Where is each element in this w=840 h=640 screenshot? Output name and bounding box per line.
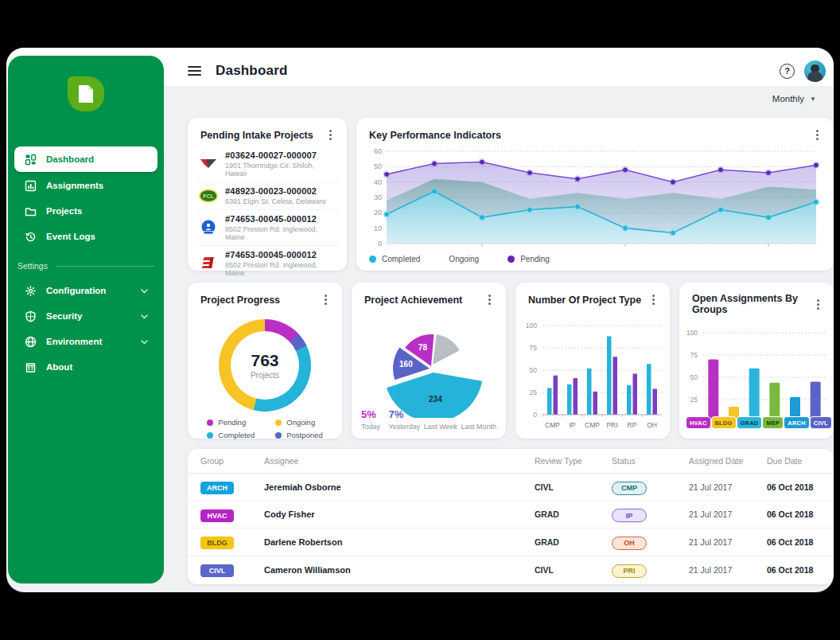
kebab-menu-icon[interactable] xyxy=(811,128,822,142)
pending-project-item[interactable]: #74653-00045-000012 8502 Preston Rd. Ing… xyxy=(197,246,339,281)
table-row[interactable]: HVAC Cody Fisher GRAD IP 21 Jul 2017 06 … xyxy=(188,501,834,529)
project-achievement-card: Project Achievement 78160234 5% Today 7%… xyxy=(352,283,506,439)
column-header: Assignee xyxy=(264,456,535,466)
stat-label: Last Week xyxy=(424,423,457,431)
pending-project-item[interactable]: PCL #48923-00023-000002 6391 Elgin St. C… xyxy=(197,182,339,210)
progress-legend: Pending Ongoing Completed Postponed xyxy=(188,418,342,439)
projects-count-label: Projects xyxy=(251,371,279,380)
project-type-bar-chart: 0 25 50 75 100CMPIPCMPPRIRPOH xyxy=(515,311,670,440)
assigned-date: 21 Jul 2017 xyxy=(689,565,767,575)
achievement-stat: 5% Today xyxy=(361,408,385,431)
gear-icon xyxy=(24,284,37,297)
pending-projects-list: #03624-00027-000007 1901 Thornridge Cir.… xyxy=(188,146,347,281)
svg-text:100: 100 xyxy=(686,329,698,337)
review-type: CIVL xyxy=(535,565,612,575)
sidebar-nav-main: Dashboard Assignments Projects Event Log… xyxy=(14,146,158,248)
chevron-down-icon: ▼ xyxy=(810,96,816,103)
svg-text:50: 50 xyxy=(530,366,538,374)
legend-label: Ongoing xyxy=(449,255,479,263)
sidebar-item-label: Projects xyxy=(46,206,82,216)
achievement-stat: 15% Last Week xyxy=(424,408,457,431)
table-row[interactable]: ARCH Jeremiah Osborne CIVL CMP 21 Jul 20… xyxy=(188,474,834,501)
kebab-menu-icon[interactable] xyxy=(320,293,331,306)
card-title: Number Of Project Type xyxy=(528,295,641,306)
app-window: Dashboard Assignments Projects Event Log… xyxy=(6,48,834,592)
card-title: Open Assignments By Groups xyxy=(692,293,813,315)
column-header: Due Date xyxy=(767,456,821,466)
group-badge: CIVL xyxy=(200,564,234,577)
pending-project-item[interactable]: #74653-00045-000012 8502 Preston Rd. Ing… xyxy=(197,210,339,246)
sidebar-item-dashboard[interactable]: Dashboard xyxy=(14,146,158,172)
legend-item: Postponed xyxy=(275,431,322,439)
sidebar-item-label: About xyxy=(46,362,72,372)
group-pills-axis: HVAC BLDG GRAD MEP ARCH CIVL xyxy=(686,416,827,429)
table-row[interactable]: BLDG Darlene Robertson GRAD OH 21 Jul 20… xyxy=(188,529,834,556)
svg-text:0: 0 xyxy=(378,240,382,248)
legend-dot xyxy=(207,420,213,426)
sidebar-item-about[interactable]: About xyxy=(14,355,158,379)
vendor-logo-icon xyxy=(199,155,218,173)
kebab-menu-icon[interactable] xyxy=(648,293,659,306)
sidebar-item-assignments[interactable]: Assignments xyxy=(14,174,158,197)
document-icon xyxy=(77,84,95,103)
group-badge: ARCH xyxy=(200,482,234,494)
group-pill: CIVL xyxy=(810,416,832,429)
assigned-date: 21 Jul 2017 xyxy=(689,537,767,547)
user-avatar[interactable] xyxy=(804,60,826,82)
project-id: #74653-00045-000012 xyxy=(225,214,337,224)
sidebar-item-configuration[interactable]: Configuration xyxy=(14,279,158,302)
svg-text:CMP: CMP xyxy=(545,421,560,429)
svg-text:PCL: PCL xyxy=(203,193,215,199)
kebab-menu-icon[interactable] xyxy=(484,293,495,306)
achievement-stat: 7% Yesterday xyxy=(388,408,420,431)
svg-text:CMP: CMP xyxy=(585,421,600,429)
pending-project-item[interactable]: #03624-00027-000007 1901 Thornridge Cir.… xyxy=(197,146,339,182)
progress-donut-chart: 763 Projects xyxy=(219,319,311,412)
column-header: Group xyxy=(200,456,264,466)
legend-label: Completed xyxy=(218,431,255,439)
sidebar: Dashboard Assignments Projects Event Log… xyxy=(8,56,164,583)
history-icon xyxy=(24,230,37,243)
chevron-down-icon xyxy=(141,311,148,321)
legend-label: Pending xyxy=(218,418,246,427)
sidebar-item-projects[interactable]: Projects xyxy=(14,199,158,223)
due-date: 06 Oct 2018 xyxy=(767,509,821,519)
svg-text:75: 75 xyxy=(530,344,538,352)
assignments-groups-card: Open Assignments By Groups 0 25 50 75 10… xyxy=(679,283,834,439)
shield-icon xyxy=(24,310,37,322)
folder-icon xyxy=(24,205,37,217)
sidebar-item-label: Assignments xyxy=(46,181,103,190)
kebab-menu-icon[interactable] xyxy=(325,128,336,142)
help-icon[interactable]: ? xyxy=(780,64,795,79)
legend-label: Postponed xyxy=(286,431,322,439)
period-dropdown[interactable]: Monthly ▼ xyxy=(772,94,816,103)
legend-label: Ongoing xyxy=(286,418,315,427)
group-badge: HVAC xyxy=(200,509,234,522)
kebab-menu-icon[interactable] xyxy=(813,298,822,311)
stat-label: Today xyxy=(361,423,385,431)
table-row[interactable]: CIVL Cameron Williamson CIVL PRI 21 Jul … xyxy=(188,556,834,584)
project-id: #03624-00027-000007 xyxy=(225,150,337,160)
sidebar-item-event-logs[interactable]: Event Logs xyxy=(14,224,158,248)
hamburger-menu-icon[interactable] xyxy=(188,66,201,76)
sidebar-item-security[interactable]: Security xyxy=(14,304,158,328)
group-pill: HVAC xyxy=(686,416,711,429)
sidebar-item-label: Configuration xyxy=(46,286,106,295)
review-type: GRAD xyxy=(535,509,612,519)
svg-text:OH: OH xyxy=(647,421,657,429)
svg-text:IP: IP xyxy=(569,421,575,429)
sidebar-item-environment[interactable]: Environment xyxy=(14,330,158,353)
assignee-name: Darlene Robertson xyxy=(264,537,535,547)
table-body: ARCH Jeremiah Osborne CIVL CMP 21 Jul 20… xyxy=(188,474,834,583)
svg-text:40: 40 xyxy=(374,178,382,186)
legend-label: Completed xyxy=(382,255,420,263)
group-pill: BLDG xyxy=(711,416,737,429)
legend-dot xyxy=(275,432,282,439)
review-type: CIVL xyxy=(535,482,612,492)
legend-item: Ongoing xyxy=(449,255,479,263)
group-pill: GRAD xyxy=(737,416,763,429)
app-logo[interactable] xyxy=(68,76,104,111)
svg-text:50: 50 xyxy=(690,373,698,381)
settings-label: Settings xyxy=(18,261,48,271)
due-date: 06 Oct 2018 xyxy=(767,565,821,575)
